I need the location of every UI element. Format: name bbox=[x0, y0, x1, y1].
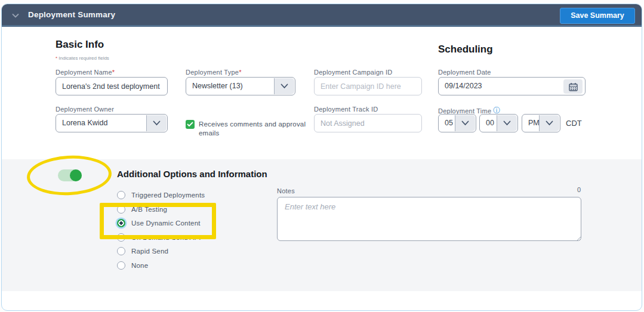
required-fields-note: * Indicates required fields bbox=[56, 55, 109, 61]
panel-header: Deployment Summary Save Summary bbox=[2, 4, 642, 27]
chevron-down-icon[interactable] bbox=[274, 78, 294, 94]
notes-label: Notes bbox=[277, 187, 295, 194]
radio-none[interactable]: None bbox=[117, 261, 148, 270]
deployment-name-input[interactable] bbox=[56, 77, 168, 95]
panel-title: Deployment Summary bbox=[28, 10, 115, 19]
time-meridiem-select[interactable]: PM bbox=[522, 114, 560, 132]
toggle-knob bbox=[70, 169, 82, 181]
radio-on-demand-send-api[interactable]: On Demand Send API bbox=[117, 233, 201, 242]
radio-triggered-deployments[interactable]: Triggered Deployments bbox=[117, 191, 205, 199]
deployment-name-label: Deployment Name* bbox=[56, 69, 115, 76]
calendar-icon[interactable] bbox=[563, 79, 583, 94]
deployment-owner-select[interactable]: Lorena Kwidd bbox=[56, 114, 168, 132]
chevron-down-icon[interactable] bbox=[497, 115, 517, 131]
radio-icon bbox=[117, 191, 125, 199]
chevron-down-icon[interactable] bbox=[539, 115, 559, 131]
save-summary-button[interactable]: Save Summary bbox=[560, 8, 635, 24]
deployment-type-select[interactable]: Newsletter (13) bbox=[186, 77, 295, 95]
radio-use-dynamic-content[interactable]: Use Dynamic Content bbox=[117, 219, 201, 227]
receives-comments-label: Receives comments and approval emails bbox=[199, 120, 312, 138]
radio-rapid-send[interactable]: Rapid Send bbox=[117, 247, 168, 255]
radio-icon bbox=[117, 219, 125, 227]
additional-options-toggle[interactable] bbox=[58, 169, 82, 181]
deployment-track-id-label: Deployment Track ID bbox=[314, 106, 378, 113]
deployment-type-label: Deployment Type* bbox=[186, 69, 242, 76]
radio-icon bbox=[117, 261, 125, 270]
deployment-summary-card: Deployment Summary Save Summary Basic In… bbox=[1, 4, 642, 311]
time-minute-select[interactable]: 00 bbox=[479, 114, 518, 132]
deployment-date-input[interactable]: 09/14/2023 bbox=[438, 77, 586, 95]
notes-textarea[interactable] bbox=[277, 197, 581, 241]
chevron-down-icon[interactable] bbox=[455, 115, 475, 131]
notes-char-counter: 0 bbox=[527, 186, 581, 193]
deployment-date-label: Deployment Date bbox=[438, 69, 491, 76]
additional-options-heading: Additional Options and Information bbox=[117, 169, 267, 179]
scheduling-heading: Scheduling bbox=[438, 44, 493, 55]
required-asterisk: * bbox=[56, 55, 57, 61]
deployment-campaign-id-input[interactable] bbox=[314, 77, 422, 95]
time-hour-select[interactable]: 05 bbox=[438, 114, 476, 132]
basic-info-heading: Basic Info bbox=[56, 39, 104, 51]
chevron-down-icon[interactable] bbox=[146, 115, 167, 131]
radio-ab-testing[interactable]: A/B Testing bbox=[117, 205, 167, 214]
radio-icon bbox=[117, 205, 125, 214]
deployment-owner-label: Deployment Owner bbox=[56, 106, 114, 113]
radio-icon bbox=[117, 247, 125, 255]
timezone-label: CDT bbox=[566, 119, 582, 128]
deployment-track-id-input bbox=[314, 114, 422, 132]
deployment-campaign-id-label: Deployment Campaign ID bbox=[314, 69, 392, 76]
receives-comments-checkbox[interactable] bbox=[186, 120, 195, 129]
collapse-chevron-icon[interactable] bbox=[11, 11, 20, 20]
radio-icon bbox=[117, 233, 125, 242]
